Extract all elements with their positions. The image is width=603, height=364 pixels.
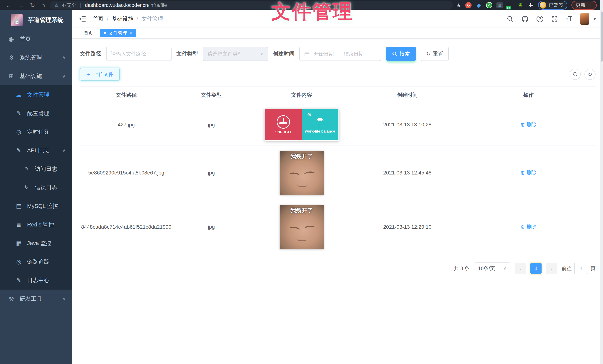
cloud-upload-icon: ☁	[15, 91, 23, 98]
banner-worklife-half: ☀☂≈≈ work-life balance	[302, 109, 338, 140]
sidebar-item-6[interactable]: ✎ API 日志 ∧	[0, 141, 72, 160]
delete-button[interactable]: 删除	[520, 169, 537, 176]
extension-chip-icon[interactable]: ▦	[497, 2, 503, 8]
hamburger-icon[interactable]	[79, 15, 87, 23]
cell-file-content: 我裂开了	[250, 200, 353, 254]
file-type-select[interactable]: 请选择文件类型 ∨	[203, 47, 268, 61]
chevron-icon: ∧	[62, 148, 66, 153]
reload-icon[interactable]: ↻	[30, 2, 35, 9]
cell-file-content: 我裂开了	[250, 146, 353, 200]
browser-chrome: ← → ↻ ⌂ ⚠ 不安全 | dashboard.yudao.iocoder.…	[0, 0, 603, 10]
end-date-placeholder: 结束日期	[344, 50, 364, 57]
tag-home[interactable]: 首页	[80, 29, 97, 37]
refresh-table-button[interactable]: ↻	[584, 69, 596, 80]
user-menu-caret-icon[interactable]: ▼	[593, 17, 597, 21]
sidebar-item-8[interactable]: ✎ 错误日志	[0, 178, 72, 197]
path-input-wrap	[106, 47, 172, 61]
plus-icon: ＋	[86, 71, 91, 78]
sidebar-item-0[interactable]: ◉ 首页	[0, 30, 72, 48]
sidebar-item-5[interactable]: ◷ 定时任务	[0, 123, 72, 141]
user-avatar[interactable]	[580, 13, 589, 25]
font-size-icon[interactable]: ᴛT	[566, 15, 572, 23]
address-bar[interactable]: ⚠ 不安全 | dashboard.yudao.iocoder.cn/infra…	[50, 1, 453, 10]
sidebar-item-1[interactable]: ⚙ 系统管理 ∨	[0, 48, 72, 67]
forward-icon[interactable]: →	[18, 2, 24, 9]
dashboard-icon: ◉	[7, 36, 15, 43]
sidebar-item-13[interactable]: ✎ 日志中心	[0, 271, 72, 290]
page-size-select[interactable]: 10条/页 ∨	[474, 262, 510, 274]
breadcrumb-home[interactable]: 首页	[93, 15, 104, 23]
meme-caption: 我裂开了	[279, 207, 324, 214]
upload-file-button[interactable]: ＋ 上传文件	[80, 68, 120, 80]
reset-button[interactable]: ↻ 重置	[421, 47, 449, 61]
warning-icon: ⚠	[55, 3, 59, 8]
extensions-puzzle-icon[interactable]: ✚	[528, 2, 534, 8]
cell-actions: 删除	[462, 200, 596, 254]
timer-icon: ◷	[15, 128, 23, 135]
log-icon: ✎	[15, 277, 23, 284]
next-page-button[interactable]: ›	[546, 263, 557, 274]
date-range-picker[interactable]: 开始日期 - 结束日期	[299, 47, 381, 61]
browser-nav: ← → ↻ ⌂	[2, 2, 49, 9]
breadcrumb-infra[interactable]: 基础设施	[112, 15, 133, 23]
col-file-content: 文件内容	[250, 86, 353, 104]
toggle-search-button[interactable]	[569, 69, 581, 80]
file-preview-996-banner[interactable]: 996.ICU ☀☂≈≈ work-life balance	[265, 109, 339, 141]
type-label: 文件类型	[176, 50, 198, 57]
sidebar-item-11[interactable]: ▦ Java 监控	[0, 234, 72, 252]
app-logo-row[interactable]: 🐰 芋道管理系统	[0, 10, 72, 30]
total-count: 共 3 条	[454, 265, 470, 272]
cell-created-time: 2021-03-13 12:29:10	[353, 200, 461, 254]
file-preview-meme-image[interactable]: 我裂开了	[279, 151, 324, 195]
tag-close-icon[interactable]: ×	[129, 31, 132, 35]
window-scrollbar[interactable]	[600, 0, 603, 364]
extension-gear-icon[interactable]: ⚙	[465, 2, 472, 8]
goto-page-input[interactable]	[574, 263, 588, 274]
time-label: 创建时间	[273, 50, 294, 57]
fullscreen-icon[interactable]	[551, 15, 558, 23]
cell-created-time: 2021-03-13 12:45:48	[353, 146, 461, 200]
infrastructure-icon: ⊞	[7, 73, 15, 80]
sidebar-item-2[interactable]: ⊞ 基础设施 ∧	[0, 67, 72, 85]
table-toolbar: ＋ 上传文件 ↻	[80, 68, 596, 80]
calendar-icon	[304, 51, 310, 57]
file-preview-meme-image[interactable]: 我裂开了	[279, 205, 324, 249]
delete-button[interactable]: 删除	[520, 121, 537, 128]
tag-file-management[interactable]: 文件管理 ×	[100, 29, 136, 37]
browser-menu-icon[interactable]: ⋮	[588, 2, 593, 8]
home-icon[interactable]: ⌂	[41, 2, 45, 9]
gear-icon: ⚙	[7, 54, 15, 61]
github-icon[interactable]	[521, 15, 529, 23]
table-row-0: 427.jpgjpg 996.ICU ☀☂≈≈ work-life balanc…	[80, 104, 596, 146]
extension-check-icon[interactable]: ✓	[486, 2, 492, 8]
trash-icon	[520, 170, 525, 175]
sidebar-item-9[interactable]: ▤ MySQL 监控	[0, 197, 72, 215]
sidebar-item-7[interactable]: ✎ 访问日志	[0, 160, 72, 178]
header-search-icon[interactable]	[507, 16, 513, 22]
url-host: dashboard.yudao.iocoder.cn	[85, 2, 148, 8]
page-content: 文件路径 文件类型 请选择文件类型 ∨ 创建时间	[72, 39, 603, 364]
delete-button[interactable]: 删除	[520, 224, 537, 230]
extension-toggle-on-icon[interactable]: on	[507, 2, 513, 8]
current-page-button[interactable]: 1	[530, 263, 542, 274]
sidebar-item-12[interactable]: ◎ 链路追踪	[0, 252, 72, 271]
profile-paused-badge[interactable]: 😊 已暂停	[538, 1, 567, 10]
update-button[interactable]: 更新	[576, 2, 585, 9]
sidebar-item-14[interactable]: ⚒ 研发工具 ∨	[0, 290, 72, 308]
file-path-input[interactable]	[111, 51, 167, 57]
sidebar-item-10[interactable]: ≣ Redis 监控	[0, 215, 72, 234]
database-icon: ▤	[15, 203, 23, 210]
search-button[interactable]: 搜索	[386, 47, 416, 61]
back-icon[interactable]: ←	[6, 2, 12, 9]
sidebar-item-3[interactable]: ☁ 文件管理	[0, 85, 72, 104]
bookmark-star-icon[interactable]: ★	[456, 2, 461, 9]
sidebar-item-4[interactable]: ✎ 配置管理	[0, 104, 72, 123]
trash-icon	[520, 122, 525, 127]
extension-leaf-icon[interactable]: ❦	[517, 2, 523, 8]
main-area: 首页 / 基础设施 / 文件管理 ?	[72, 10, 603, 364]
help-icon[interactable]: ?	[536, 16, 543, 22]
scrollbar-thumb[interactable]	[601, 11, 603, 62]
extension-pin-icon[interactable]: ◆	[476, 2, 482, 8]
prev-page-button[interactable]: ‹	[515, 263, 526, 274]
col-file-type: 文件类型	[173, 86, 250, 104]
